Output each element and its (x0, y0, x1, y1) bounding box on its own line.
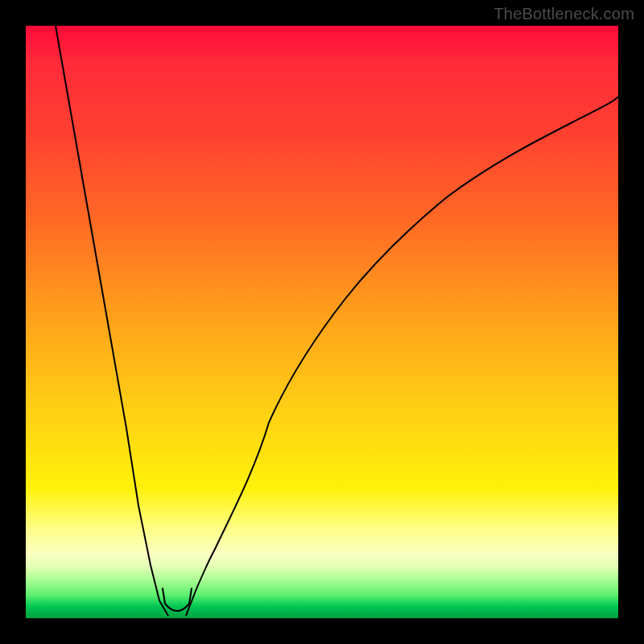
plot-area (26, 26, 618, 618)
curve-left-branch (56, 26, 168, 616)
bottleneck-curve (26, 26, 618, 618)
watermark-label: TheBottleneck.com (493, 5, 634, 23)
curve-right-branch (186, 97, 618, 616)
trough-marker-u (163, 588, 192, 611)
chart-frame: TheBottleneck.com (0, 0, 644, 644)
